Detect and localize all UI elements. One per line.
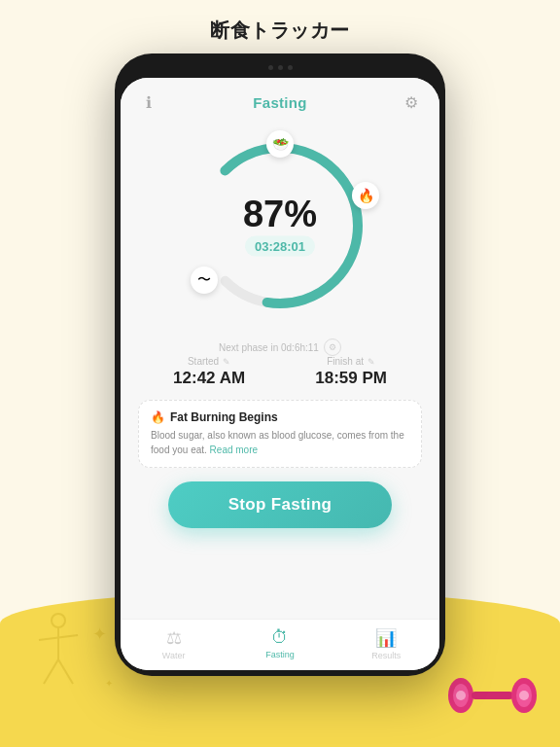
tab-fasting[interactable]: ⏱ Fasting <box>227 627 332 660</box>
svg-line-3 <box>44 659 58 684</box>
circle-center: 87% 03:28:01 <box>243 196 317 257</box>
svg-point-11 <box>519 691 529 700</box>
stop-fasting-button[interactable]: Stop Fasting <box>168 481 392 528</box>
finish-value: 18:59 PM <box>315 369 387 388</box>
info-icon[interactable]: ℹ <box>138 91 159 113</box>
started-value: 12:42 AM <box>173 369 245 388</box>
svg-line-4 <box>58 659 73 684</box>
tab-water-label: Water <box>162 651 186 660</box>
info-card: 🔥 Fat Burning Begins Blood sugar, also k… <box>138 400 422 468</box>
star-decoration-3: ✦ <box>105 678 113 689</box>
started-block: Started ✎ 12:42 AM <box>173 356 245 388</box>
info-card-title: 🔥 Fat Burning Begins <box>151 410 409 424</box>
started-label: Started ✎ <box>173 356 245 367</box>
started-edit-icon[interactable]: ✎ <box>223 357 230 367</box>
elapsed-time-badge: 03:28:01 <box>245 236 315 257</box>
tablet-screen: ℹ Fasting ⚙ 🥗 🔥 〜 <box>121 78 439 670</box>
tablet-frame: ℹ Fasting ⚙ 🥗 🔥 〜 <box>115 53 445 676</box>
phase-icon-fire: 🔥 <box>352 182 379 209</box>
phase-icon-food: 🥗 <box>266 130 294 158</box>
person-silhouette-decoration <box>29 611 88 698</box>
tab-results[interactable]: 📊 Results <box>333 627 439 660</box>
info-card-text: Blood sugar, also known as blood glucose… <box>151 428 409 457</box>
tab-fasting-label: Fasting <box>265 650 295 659</box>
svg-point-0 <box>52 614 65 627</box>
tablet-camera-dots <box>268 65 293 70</box>
progress-percent: 87% <box>243 196 317 232</box>
screen-content: 🥗 🔥 〜 87% 03:28:01 Next phase in 0d:6h:1… <box>121 121 439 619</box>
progress-circle-container: 🥗 🔥 〜 87% 03:28:01 <box>183 128 377 323</box>
star-decoration-1: ✦ <box>92 623 107 645</box>
svg-point-7 <box>456 691 466 700</box>
info-card-read-more-link[interactable]: Read more <box>210 445 258 455</box>
info-card-icon: 🔥 <box>151 410 165 424</box>
tab-fasting-icon: ⏱ <box>271 627 289 648</box>
tab-water[interactable]: ⚖ Water <box>121 627 227 660</box>
finish-block: Finish at ✎ 18:59 PM <box>315 356 387 388</box>
page-title: 断食トラッカー <box>0 0 560 44</box>
dumbbell-decoration <box>446 669 539 723</box>
screen-header: ℹ Fasting ⚙ <box>121 78 439 121</box>
svg-rect-8 <box>472 692 513 699</box>
next-phase-icon: ⚙ <box>324 338 341 356</box>
tab-water-icon: ⚖ <box>166 627 182 649</box>
tab-results-label: Results <box>371 651 401 660</box>
phase-icon-wave: 〜 <box>191 267 218 294</box>
tab-results-icon: 📊 <box>375 627 397 649</box>
tab-bar: ⚖ Water ⏱ Fasting 📊 Results <box>121 619 439 670</box>
screen-title: Fasting <box>253 94 306 111</box>
finish-label: Finish at ✎ <box>315 356 387 367</box>
settings-icon[interactable]: ⚙ <box>401 91 422 113</box>
finish-edit-icon[interactable]: ✎ <box>368 357 375 367</box>
